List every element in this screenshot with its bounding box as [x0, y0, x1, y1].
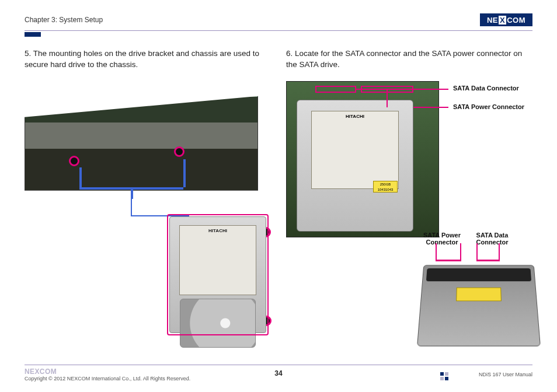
leader-line: [476, 243, 478, 261]
hdd-brand: HITACHI: [314, 114, 396, 119]
yellow-label-icon: [456, 288, 502, 302]
manual-title: NDiS 167 User Manual: [479, 372, 532, 377]
sata-power-marker: [436, 260, 461, 261]
copyright-text: Copyright © 2012 NEXCOM International Co…: [25, 376, 190, 382]
hdd-label: HITACHI: [311, 111, 399, 189]
brand-logo: NEXCOM: [480, 13, 532, 26]
bracket-leader-line: [183, 159, 186, 187]
screw-marker-icon: [174, 146, 184, 157]
footer-logo: NEXCOM: [25, 368, 190, 376]
callout-sata-power-2: SATA Power Connector: [422, 232, 462, 246]
sata-edge-icon: [426, 268, 531, 281]
step-6-text: 6. Locate for the SATA connector and the…: [286, 48, 532, 71]
leader-line: [387, 89, 388, 107]
bracket-leader-line: [79, 167, 82, 187]
leader-line: [436, 243, 437, 261]
leader-line: [499, 243, 500, 261]
header-rule: [25, 30, 532, 31]
callout-sata-power: SATA Power Connector: [453, 103, 524, 110]
hard-drive-angled-image: [417, 265, 541, 346]
leader-line: [460, 243, 461, 261]
chassis-image: [25, 86, 258, 191]
hdd-highlight-box: [167, 214, 269, 335]
sata-data-marker: [476, 260, 500, 261]
footer-decoration-icon: [440, 372, 452, 380]
bracket-leader-line: [131, 187, 133, 199]
sticker-serial: 10431043: [374, 187, 397, 192]
capacity-sticker: 250GB 10431043: [373, 181, 398, 192]
callout-sata-data-2: SATA Data Connector: [472, 232, 513, 246]
chapter-title: Chapter 3: System Setup: [25, 16, 103, 24]
page-footer: NEXCOM Copyright © 2012 NEXCOM Internati…: [25, 365, 532, 382]
sticker-capacity: 250GB: [374, 182, 397, 187]
page-number: 34: [274, 369, 282, 377]
screw-marker-icon: [69, 156, 79, 166]
leader-line: [356, 89, 448, 90]
step-5-text: 5. The mounting holes on the drive brack…: [25, 48, 271, 71]
callout-sata-data: SATA Data Connector: [453, 85, 519, 92]
hard-drive-top-image: HITACHI 250GB 10431043: [297, 100, 413, 232]
leader-line: [413, 107, 448, 108]
figure-sata-connectors: HITACHI 250GB 10431043 SATA Data Connect…: [286, 81, 531, 355]
sata-data-highlight: [315, 86, 356, 93]
figure-mounting-holes: HITACHI: [25, 81, 270, 349]
header-tab: [25, 32, 41, 37]
